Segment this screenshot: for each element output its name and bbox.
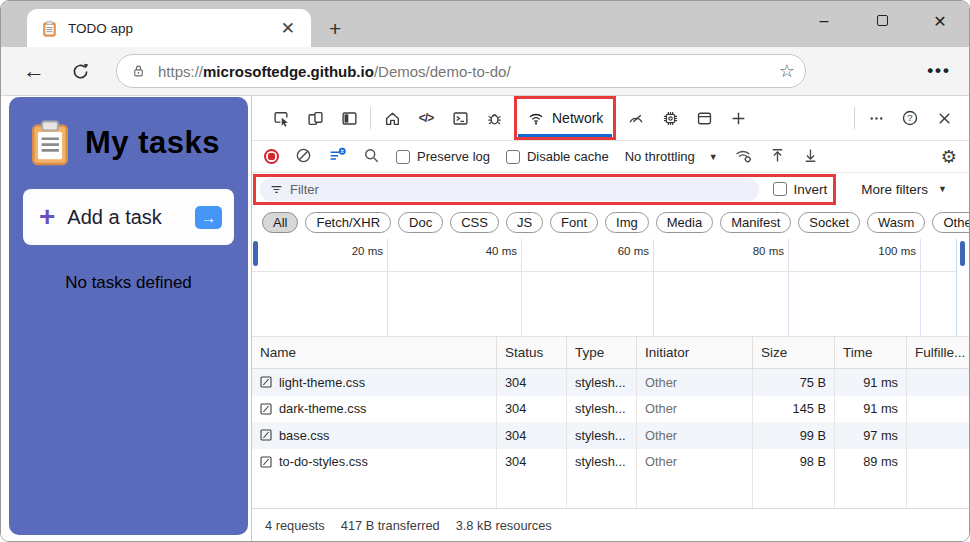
filter-type-manifest[interactable]: Manifest	[720, 212, 791, 233]
welcome-tab-button[interactable]	[375, 101, 409, 135]
browser-menu-button[interactable]: •••	[927, 61, 951, 81]
column-header-time[interactable]: Time	[835, 337, 907, 368]
filter-type-img[interactable]: Img	[605, 212, 649, 233]
network-overview-timeline[interactable]: 20 ms 40 ms 60 ms 80 ms 100 ms	[252, 239, 969, 337]
filter-type-wasm[interactable]: Wasm	[867, 212, 925, 233]
url-text: https://microsoftedge.github.io/Demos/de…	[158, 63, 779, 80]
maximize-button[interactable]	[853, 12, 911, 30]
plus-icon	[730, 110, 747, 127]
requests-table-header: Name Status Type Initiator Size Time Ful…	[252, 337, 969, 369]
tab-close-icon[interactable]: ✕	[275, 20, 301, 37]
content-area: My tasks + Add a task → No tasks defined	[1, 96, 969, 541]
filter-type-css[interactable]: CSS	[450, 212, 499, 233]
network-tab-button[interactable]: Network	[515, 97, 615, 139]
close-window-button[interactable]: ✕	[911, 12, 969, 31]
import-har-button[interactable]	[769, 147, 786, 167]
filter-type-socket[interactable]: Socket	[798, 212, 860, 233]
console-tab-button[interactable]	[443, 101, 477, 135]
filter-type-font[interactable]: Font	[550, 212, 598, 233]
table-row[interactable]: light-theme.css 304 stylesh... Other 75 …	[252, 369, 969, 396]
navigation-bar: ← https://microsoftedge.github.io/Demos/…	[1, 47, 969, 96]
filter-type-all[interactable]: All	[262, 212, 298, 233]
chevron-down-icon: ▼	[938, 184, 947, 194]
request-time: 91 ms	[835, 369, 907, 396]
checkbox-icon	[506, 150, 520, 164]
invert-filter-checkbox[interactable]: Invert	[773, 182, 828, 197]
help-button[interactable]: ?	[893, 101, 927, 135]
filter-type-fetch-xhr[interactable]: Fetch/XHR	[305, 212, 391, 233]
table-empty-area	[252, 475, 969, 508]
record-network-log-button[interactable]	[264, 149, 279, 164]
clear-network-log-button[interactable]	[295, 147, 312, 167]
application-tab-button[interactable]	[687, 101, 721, 135]
filter-input-wrap	[260, 178, 759, 201]
search-network-button[interactable]	[363, 147, 380, 167]
submit-task-button[interactable]: →	[195, 206, 222, 229]
customize-devtools-button[interactable]	[859, 101, 893, 135]
chevron-down-icon: ▼	[709, 152, 718, 162]
performance-tab-button[interactable]	[619, 101, 653, 135]
network-toolbar: Preserve log Disable cache No throttling…	[252, 141, 969, 173]
app-title: My tasks	[85, 125, 220, 161]
request-fulfilled	[907, 449, 969, 476]
minimize-button[interactable]: –	[795, 12, 853, 30]
more-filters-dropdown[interactable]: More filters ▼	[861, 182, 947, 197]
table-row[interactable]: base.css 304 stylesh... Other 99 B 97 ms	[252, 422, 969, 449]
devtools-tab-bar: </>	[252, 96, 969, 141]
request-type-filters: All Fetch/XHR Doc CSS JS Font Img Media …	[252, 205, 969, 239]
network-summary-bar: 4 requests 417 B transferred 3.8 kB reso…	[252, 508, 969, 541]
filter-funnel-icon	[270, 183, 283, 196]
preserve-log-checkbox[interactable]: Preserve log	[396, 149, 490, 164]
export-har-button[interactable]	[802, 147, 819, 167]
disable-cache-checkbox[interactable]: Disable cache	[506, 149, 609, 164]
column-header-name[interactable]: Name	[252, 337, 497, 368]
timeline-tick: 60 ms	[585, 245, 649, 257]
column-header-initiator[interactable]: Initiator	[637, 337, 753, 368]
back-button[interactable]: ←	[23, 58, 45, 84]
filter-type-js[interactable]: JS	[506, 212, 543, 233]
network-settings-button[interactable]: ⚙	[941, 148, 957, 166]
memory-tab-button[interactable]	[653, 101, 687, 135]
dock-side-button[interactable]	[332, 101, 366, 135]
application-icon	[696, 110, 713, 127]
debugger-tab-button[interactable]	[477, 101, 511, 135]
address-bar[interactable]: https://microsoftedge.github.io/Demos/de…	[116, 54, 806, 88]
column-header-fulfilled[interactable]: Fulfille...	[907, 337, 970, 368]
device-emulation-button[interactable]	[298, 101, 332, 135]
column-header-status[interactable]: Status	[497, 337, 567, 368]
new-tab-button[interactable]: +	[329, 18, 341, 39]
resources-size: 3.8 kB resources	[456, 518, 552, 533]
column-header-type[interactable]: Type	[567, 337, 637, 368]
console-icon	[452, 110, 469, 127]
browser-tab[interactable]: TODO app ✕	[27, 9, 311, 47]
filter-type-media[interactable]: Media	[656, 212, 713, 233]
refresh-button[interactable]	[71, 62, 90, 81]
inspect-element-button[interactable]	[264, 101, 298, 135]
request-status: 304	[497, 396, 567, 423]
network-conditions-button[interactable]	[734, 147, 753, 167]
elements-tab-button[interactable]: </>	[409, 101, 443, 135]
table-row[interactable]: dark-theme.css 304 stylesh... Other 145 …	[252, 396, 969, 423]
request-time: 97 ms	[835, 422, 907, 449]
request-name: base.css	[279, 428, 330, 443]
filter-type-doc[interactable]: Doc	[398, 212, 443, 233]
column-header-size[interactable]: Size	[753, 337, 835, 368]
close-devtools-button[interactable]	[927, 101, 961, 135]
timeline-right-handle[interactable]	[960, 241, 965, 266]
filter-type-other[interactable]: Other	[932, 212, 970, 233]
export-down-arrow-icon	[802, 147, 819, 164]
throttling-dropdown[interactable]: No throttling ▼	[625, 149, 718, 164]
table-row[interactable]: to-do-styles.css 304 stylesh... Other 98…	[252, 449, 969, 476]
elements-icon: </>	[419, 111, 433, 125]
timeline-left-handle[interactable]	[253, 241, 258, 266]
filter-input[interactable]	[260, 178, 759, 201]
network-conditions-icon	[734, 147, 753, 164]
request-name: dark-theme.css	[279, 401, 366, 416]
toggle-filter-bar-button[interactable]	[328, 147, 347, 167]
add-task-button[interactable]: + Add a task →	[23, 189, 234, 245]
more-tools-button[interactable]	[721, 101, 755, 135]
request-status: 304	[497, 449, 567, 476]
request-status: 304	[497, 422, 567, 449]
filter-active-icon	[328, 147, 347, 164]
favorites-star-icon[interactable]: ☆	[779, 60, 795, 82]
